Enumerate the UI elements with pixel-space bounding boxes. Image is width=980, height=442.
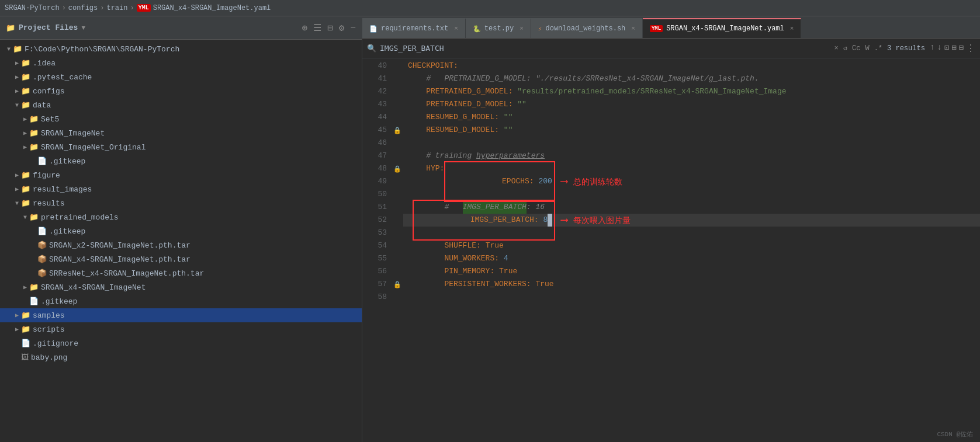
search-refresh-icon[interactable]: ↺ [843, 44, 847, 53]
sidebar-item-srgan-x4-tar[interactable]: 📦 SRGAN_x4-SRGAN_ImageNet.pth.tar [0, 252, 362, 266]
srgan-imagenet-label: SRGAN_ImageNet [41, 129, 105, 138]
tab-requirements-close[interactable]: × [454, 25, 458, 32]
sidebar-item-gitkeep3[interactable]: 📄 .gitkeep [0, 294, 362, 308]
search-option3-icon[interactable]: ⊟ [959, 43, 964, 54]
gutter-58 [392, 291, 403, 304]
search-input[interactable] [380, 44, 831, 53]
tab-testpy[interactable]: 🐍 test.py × [466, 18, 531, 38]
sep3: › [130, 4, 134, 12]
search-option2-icon[interactable]: ⊞ [951, 43, 956, 54]
gutter-56 [392, 265, 403, 278]
sidebar-item-srresnet-x4-tar[interactable]: 📦 SRResNet_x4-SRGAN_ImageNet.pth.tar [0, 266, 362, 280]
set5-arrow-icon: ▶ [21, 116, 29, 123]
breadcrumb-project[interactable]: SRGAN-PyTorch [5, 4, 60, 12]
code-token-57-val: True [535, 278, 553, 291]
code-line-40: CHECKPOINT: [403, 60, 980, 72]
breadcrumb-train[interactable]: train [106, 4, 127, 12]
sidebar-item-gitignore[interactable]: 📄 .gitignore [0, 336, 362, 350]
minus-icon[interactable]: − [350, 23, 356, 33]
pretrained-folder-icon: 📁 [29, 213, 39, 222]
results-folder-icon: 📁 [21, 199, 30, 208]
gutter-55 [392, 252, 403, 265]
breadcrumb-file: SRGAN_x4-SRGAN_ImageNet.yaml [153, 4, 271, 12]
srgan-x2-file-icon: 📦 [37, 241, 47, 250]
sidebar-item-srgan-original[interactable]: ▶ 📁 SRGAN_ImageNet_Original [0, 140, 362, 154]
sidebar-item-idea[interactable]: ▶ 📁 .idea [0, 56, 362, 70]
sidebar-item-srgan-x4-folder[interactable]: ▶ 📁 SRGAN_x4-SRGAN_ImageNet [0, 280, 362, 294]
sidebar-item-configs[interactable]: ▶ 📁 configs [0, 84, 362, 98]
code-token-42-key: PRETRAINED_G_MODEL: [408, 85, 517, 98]
code-line-49: EPOCHS: 200 ⟶ 总的训练轮数 [403, 175, 980, 188]
search-bar: 🔍 × ↺ Cc W .* 3 results ↑ ↓ ⊡ ⊞ ⊟ ⋮ [362, 39, 980, 58]
batch-annotation: 每次喂入图片量 [573, 214, 631, 227]
tab-srgan-yaml-close[interactable]: × [790, 25, 794, 32]
tab-download[interactable]: ⚡ download_weights.sh × [531, 18, 643, 38]
tab-requirements[interactable]: 📄 requirements.txt × [362, 18, 466, 38]
srgan-x2-label: SRGAN_x2-SRGAN_ImageNet.pth.tar [49, 241, 191, 250]
sidebar-item-pytest[interactable]: ▶ 📁 .pytest_cache [0, 70, 362, 84]
breadcrumb-configs[interactable]: configs [68, 4, 98, 12]
sidebar-item-scripts[interactable]: ▶ 📁 scripts [0, 322, 362, 336]
code-token-43-val: "" [517, 98, 527, 111]
code-token-44-val: "" [504, 111, 513, 124]
search-option4-icon[interactable]: ⋮ [966, 43, 975, 54]
settings-icon[interactable]: ⚙ [339, 22, 345, 34]
root-label: F:\Code\Python\SRGAN\SRGAN-PyTorch [25, 45, 179, 54]
search-next-icon[interactable]: ↓ [937, 43, 941, 54]
code-line-46 [403, 137, 980, 149]
sidebar-item-babypng[interactable]: 🖼 baby.png [0, 350, 362, 364]
sidebar-item-pretrained[interactable]: ▼ 📁 pretrained_models [0, 210, 362, 224]
gutter-46 [392, 137, 403, 149]
pytest-arrow-icon: ▶ [13, 74, 21, 81]
code-line-42: PRETRAINED_G_MODEL: "results/pretrained_… [403, 85, 980, 98]
code-token-49-key [408, 175, 444, 188]
layout2-icon[interactable]: ⊟ [327, 22, 333, 34]
code-token-54-key: SHUFFLE: [408, 239, 486, 252]
sidebar-item-samples[interactable]: ▶ 📁 samples [0, 308, 362, 322]
babypng-file-icon: 🖼 [21, 353, 29, 362]
sidebar-item-figure[interactable]: ▶ 📁 figure [0, 168, 362, 182]
dropdown-arrow-icon[interactable]: ▼ [81, 25, 85, 32]
pretrained-arrow-icon: ▼ [21, 214, 29, 221]
search-option1-icon[interactable]: ⊡ [944, 43, 949, 54]
gutter-48: 🔒 [392, 162, 403, 175]
sidebar-item-gitkeep1[interactable]: 📄 .gitkeep [0, 154, 362, 168]
breadcrumb-bar: SRGAN-PyTorch › configs › train › YML SR… [0, 0, 980, 16]
sidebar-item-data[interactable]: ▼ 📁 data [0, 98, 362, 112]
search-case-icon[interactable]: Cc [852, 44, 860, 53]
search-regex-icon[interactable]: .* [874, 44, 882, 53]
sidebar-item-gitkeep2[interactable]: 📄 .gitkeep [0, 224, 362, 238]
tab-testpy-close[interactable]: × [520, 25, 524, 32]
add-icon[interactable]: ⊕ [302, 22, 307, 34]
code-token-56-key: PIN_MEMORY: [408, 265, 499, 278]
layout1-icon[interactable]: ☰ [313, 22, 321, 34]
sidebar-item-set5[interactable]: ▶ 📁 Set5 [0, 112, 362, 126]
tab-srgan-yaml[interactable]: YML SRGAN_x4-SRGAN_ImageNet.yaml × [643, 18, 801, 38]
yaml-icon: YML [650, 25, 663, 32]
code-content: CHECKPOINT: # PRETRAINED_G_MODEL: "./res… [403, 58, 980, 442]
sidebar-item-results[interactable]: ▼ 📁 results [0, 196, 362, 210]
code-token-49-num: 200 [538, 177, 552, 186]
sidebar-item-srgan-x2-tar[interactable]: 📦 SRGAN_x2-SRGAN_ImageNet.pth.tar [0, 238, 362, 252]
samples-arrow-icon: ▶ [13, 312, 21, 319]
tree-root[interactable]: ▼ 📁 F:\Code\Python\SRGAN\SRGAN-PyTorch [0, 42, 362, 56]
code-token-45-key: RESUMED_D_MODEL: [408, 124, 504, 137]
code-token-43-key: PRETRAINED_D_MODEL: [408, 98, 517, 111]
search-prev-icon[interactable]: ↑ [930, 43, 934, 54]
gutter: 🔒 🔒 🔒 [392, 58, 403, 442]
search-clear-icon[interactable]: × [834, 44, 839, 53]
srresnet-x4-file-icon: 📦 [37, 269, 47, 278]
file-tree: ▼ 📁 F:\Code\Python\SRGAN\SRGAN-PyTorch ▶… [0, 40, 362, 442]
figure-folder-icon: 📁 [21, 170, 30, 180]
sidebar-item-srgan-imagenet[interactable]: ▶ 📁 SRGAN_ImageNet [0, 126, 362, 140]
scripts-arrow-icon: ▶ [13, 326, 21, 333]
sidebar-item-result-images[interactable]: ▶ 📁 result_images [0, 182, 362, 196]
code-line-47: # training hyperparameters [403, 149, 980, 162]
tab-download-close[interactable]: × [631, 25, 635, 32]
code-line-52: IMGS_PER_BATCH: 8 ⟶ 每次喂入图片量 [403, 214, 980, 227]
folder-icon: 📁 [6, 23, 15, 33]
babypng-label: baby.png [31, 353, 67, 362]
code-token-52-num: 8 [543, 215, 548, 224]
search-word-icon[interactable]: W [865, 44, 869, 53]
py-icon: 🐍 [473, 25, 481, 33]
